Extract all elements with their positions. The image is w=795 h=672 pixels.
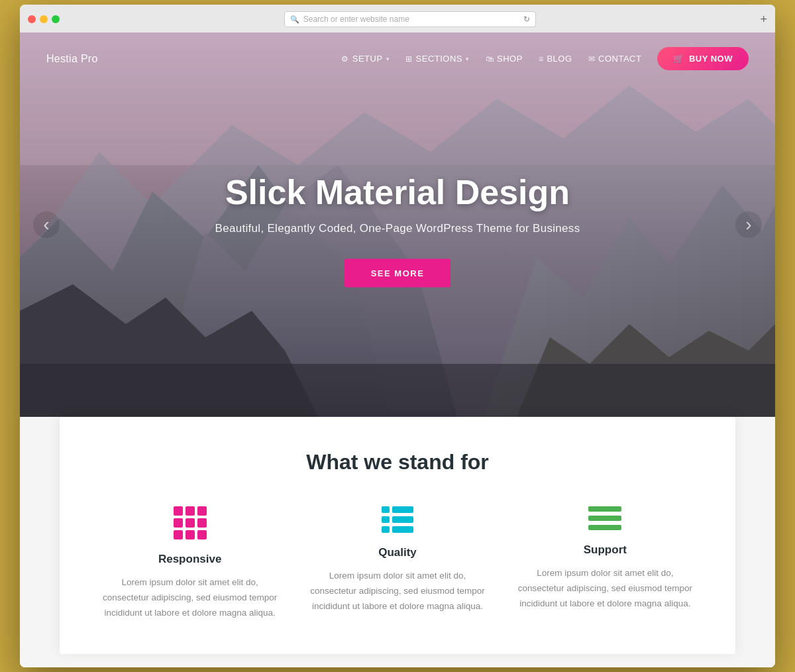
- line-row-2: [382, 516, 413, 523]
- grid-cell: [186, 518, 195, 528]
- grid-cell: [174, 518, 183, 528]
- grid-cell: [174, 530, 183, 539]
- buy-now-label: BUY NOW: [689, 54, 733, 64]
- maximize-button[interactable]: [52, 15, 60, 23]
- nav-contact-label: CONTACT: [598, 54, 641, 64]
- feature-title-support: Support: [515, 543, 696, 557]
- shop-icon: 🛍: [486, 54, 494, 64]
- browser-window: 🔍 Search or enter website name ↻ +: [20, 5, 775, 667]
- section-title: What we stand for: [99, 450, 696, 475]
- nav-item-setup[interactable]: ⚙ SETUP ▾: [341, 54, 390, 64]
- feature-desc-quality: Lorem ipsum dolor sit amet elit do, cons…: [307, 569, 488, 614]
- address-bar-container: 🔍 Search or enter website name ↻: [66, 11, 753, 27]
- hamburger-line-2: [588, 516, 621, 521]
- features-section: What we stand for: [60, 417, 735, 654]
- browser-chrome: 🔍 Search or enter website name ↻ +: [20, 5, 775, 32]
- lines-icon-quality: [382, 506, 413, 533]
- line-sq: [392, 506, 413, 513]
- hero-section: Hestia Pro ⚙ SETUP ▾ ⊞ SECTIONS ▾ 🛍: [20, 32, 775, 417]
- address-bar[interactable]: 🔍 Search or enter website name ↻: [284, 11, 536, 27]
- grid-icon: ⊞: [405, 54, 413, 64]
- buy-now-button[interactable]: 🛒 BUY NOW: [657, 47, 749, 70]
- grid-icon-responsive: [174, 506, 207, 539]
- hamburger-icon-support: [588, 506, 621, 530]
- gear-icon: ⚙: [341, 54, 349, 64]
- feature-desc-support: Lorem ipsum dolor sit amet elit do, cons…: [515, 566, 696, 612]
- site-content: Hestia Pro ⚙ SETUP ▾ ⊞ SECTIONS ▾ 🛍: [20, 32, 775, 667]
- line-sq: [392, 526, 413, 533]
- hamburger-line-1: [588, 506, 621, 512]
- hero-title: Slick Material Design: [95, 174, 700, 211]
- brand-logo[interactable]: Hestia Pro: [46, 53, 98, 65]
- hero-subtitle: Beautiful, Elegantly Coded, One-Page Wor…: [95, 222, 700, 235]
- nav-item-contact[interactable]: ✉ CONTACT: [588, 54, 642, 64]
- nav-shop-label: SHOP: [497, 54, 523, 64]
- hamburger-line-3: [588, 525, 621, 530]
- hero-content: Slick Material Design Beautiful, Elegant…: [95, 174, 700, 288]
- carousel-prev-button[interactable]: ‹: [33, 211, 60, 238]
- feature-responsive: Responsive Lorem ipsum dolor sit amet el…: [99, 506, 280, 621]
- svg-rect-8: [20, 364, 775, 417]
- chevron-down-icon-2: ▾: [466, 56, 470, 62]
- nav-setup-label: SETUP: [352, 54, 383, 64]
- chevron-left-icon: ‹: [43, 214, 49, 235]
- feature-support: Support Lorem ipsum dolor sit amet elit …: [515, 506, 696, 621]
- feature-desc-responsive: Lorem ipsum dolor sit amet elit do, cons…: [99, 575, 280, 621]
- feature-title-responsive: Responsive: [99, 553, 280, 566]
- see-more-button[interactable]: SEE MORE: [344, 259, 451, 288]
- mail-icon: ✉: [588, 54, 596, 64]
- cart-icon: 🛒: [673, 54, 684, 64]
- traffic-lights: [28, 15, 60, 23]
- blog-icon: ≡: [539, 54, 544, 64]
- new-tab-button[interactable]: +: [760, 13, 767, 25]
- grid-cell: [174, 506, 183, 516]
- nav-sections-label: SECTIONS: [416, 54, 462, 64]
- grid-cell: [197, 518, 207, 528]
- support-icon: [515, 506, 696, 530]
- chevron-right-icon: ›: [745, 214, 751, 235]
- search-icon: 🔍: [290, 15, 299, 24]
- feature-title-quality: Quality: [307, 546, 488, 559]
- nav-blog-label: BLOG: [547, 54, 572, 64]
- close-button[interactable]: [28, 15, 36, 23]
- feature-quality: Quality Lorem ipsum dolor sit amet elit …: [307, 506, 488, 621]
- grid-cell: [197, 506, 207, 516]
- nav-item-shop[interactable]: 🛍 SHOP: [486, 54, 523, 64]
- refresh-button[interactable]: ↻: [523, 15, 530, 24]
- navbar: Hestia Pro ⚙ SETUP ▾ ⊞ SECTIONS ▾ 🛍: [20, 32, 775, 85]
- quality-icon: [307, 506, 488, 533]
- carousel-next-button[interactable]: ›: [735, 211, 762, 238]
- responsive-icon: [99, 506, 280, 539]
- line-row-1: [382, 506, 413, 513]
- address-text: Search or enter website name: [303, 15, 409, 24]
- line-sq: [382, 526, 390, 533]
- features-grid: Responsive Lorem ipsum dolor sit amet el…: [99, 506, 696, 621]
- line-sq: [392, 516, 413, 523]
- line-row-3: [382, 526, 413, 533]
- nav-item-sections[interactable]: ⊞ SECTIONS ▾: [405, 54, 469, 64]
- nav-item-blog[interactable]: ≡ BLOG: [539, 54, 572, 64]
- chevron-down-icon: ▾: [386, 56, 390, 62]
- grid-cell: [186, 530, 195, 539]
- grid-cell: [186, 506, 195, 516]
- line-sq: [382, 516, 390, 523]
- nav-links: ⚙ SETUP ▾ ⊞ SECTIONS ▾ 🛍 SHOP ≡: [341, 47, 749, 70]
- line-sq: [382, 506, 390, 513]
- minimize-button[interactable]: [40, 15, 48, 23]
- grid-cell: [197, 530, 207, 539]
